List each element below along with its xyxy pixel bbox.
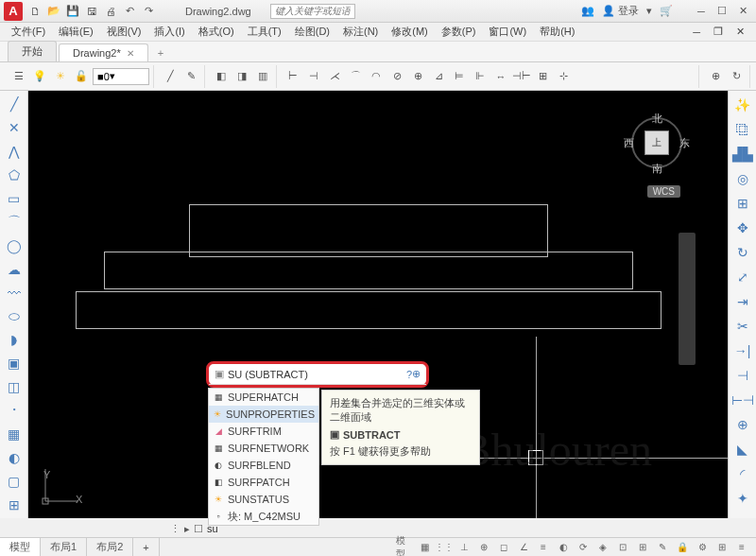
doc-minimize-button[interactable]: ─ bbox=[687, 25, 706, 40]
extend-icon[interactable]: →| bbox=[732, 340, 753, 361]
chamfer-icon[interactable]: ◣ bbox=[732, 439, 753, 460]
annotation-icon[interactable]: ⚙ bbox=[694, 540, 711, 555]
saveas-icon[interactable]: 🖫 bbox=[83, 3, 100, 20]
redo-icon[interactable]: ↷ bbox=[140, 3, 157, 20]
circle-icon[interactable]: ◯ bbox=[4, 235, 25, 255]
app-icon[interactable]: A bbox=[4, 2, 23, 21]
hatch-icon[interactable]: ▦ bbox=[4, 424, 25, 443]
offset-icon[interactable]: ◎ bbox=[732, 168, 753, 189]
menu-view[interactable]: 视图(V) bbox=[101, 23, 147, 41]
layer-lock-icon[interactable]: 🔓 bbox=[72, 67, 91, 86]
scale-icon[interactable]: ⤢ bbox=[732, 267, 753, 287]
exchange-icon[interactable]: ▾ bbox=[646, 5, 652, 17]
infocenter-icon[interactable]: 👥 bbox=[581, 5, 594, 17]
break-icon[interactable]: ⊢⊣ bbox=[732, 390, 753, 410]
region-icon[interactable]: ▢ bbox=[4, 471, 25, 491]
dim-baseline-icon[interactable]: ⊨ bbox=[450, 67, 469, 86]
insert-icon[interactable]: ▣ bbox=[4, 354, 25, 374]
suggestion-item[interactable]: ◧SURFPATCH bbox=[209, 474, 318, 491]
menu-dimension[interactable]: 标注(N) bbox=[337, 23, 384, 41]
menu-window[interactable]: 窗口(W) bbox=[483, 23, 532, 41]
polyline-icon[interactable]: ⋀ bbox=[4, 142, 25, 162]
new-icon[interactable]: 🗋 bbox=[26, 3, 43, 20]
doc-close-button[interactable]: ✕ bbox=[730, 24, 750, 40]
status-model-button[interactable]: 模型 bbox=[396, 540, 413, 555]
suggestion-item[interactable]: ▦SUPERHATCH bbox=[209, 389, 318, 406]
suggestion-item[interactable]: ◐SURFBLEND bbox=[209, 457, 318, 474]
viewcube-west[interactable]: 西 bbox=[624, 136, 634, 150]
wand-icon[interactable]: ✨ bbox=[732, 95, 753, 115]
doc-restore-button[interactable]: ❐ bbox=[708, 24, 729, 40]
command-input-text[interactable]: SU (SUBTRACT) bbox=[228, 369, 406, 380]
menu-help[interactable]: 帮助(H) bbox=[534, 23, 580, 41]
revcloud-icon[interactable]: ☁ bbox=[4, 259, 25, 279]
workspace-icon[interactable]: ⊞ bbox=[713, 540, 730, 555]
customize-icon[interactable]: ≡ bbox=[733, 540, 750, 555]
dim-diameter-icon[interactable]: ⊘ bbox=[387, 67, 406, 86]
move-icon[interactable]: ✥ bbox=[732, 217, 753, 238]
ellipse-icon[interactable]: ⬭ bbox=[4, 306, 25, 326]
update-icon[interactable]: ↻ bbox=[727, 67, 746, 86]
array-icon[interactable]: ⊞ bbox=[732, 193, 753, 214]
menu-edit[interactable]: 编辑(E) bbox=[53, 23, 99, 41]
center-mark-icon[interactable]: ⊹ bbox=[554, 67, 573, 86]
layer-freeze-icon[interactable]: ☀ bbox=[51, 67, 70, 86]
undo-icon[interactable]: ↶ bbox=[121, 3, 138, 20]
tab-drawing2[interactable]: Drawing2*✕ bbox=[59, 43, 148, 61]
3dosnap-icon[interactable]: ◈ bbox=[594, 540, 611, 555]
props-icon[interactable]: ✎ bbox=[654, 540, 671, 555]
grid-icon[interactable]: ▦ bbox=[416, 540, 433, 555]
tab-start[interactable]: 开始 bbox=[8, 41, 57, 61]
dyninput-icon[interactable]: ⊞ bbox=[634, 540, 651, 555]
navigation-bar[interactable] bbox=[679, 233, 696, 365]
dynamic-ucs-icon[interactable]: ⊡ bbox=[614, 540, 631, 555]
layer-uniso-icon[interactable]: ◨ bbox=[232, 67, 251, 86]
layer-off-icon[interactable]: ▥ bbox=[253, 67, 272, 86]
viewcube-south[interactable]: 南 bbox=[652, 162, 662, 176]
polygon-icon[interactable]: ⬠ bbox=[4, 165, 25, 185]
transparency-icon[interactable]: ◐ bbox=[555, 540, 572, 555]
menu-format[interactable]: 格式(O) bbox=[193, 23, 240, 41]
ortho-icon[interactable]: ⊥ bbox=[455, 540, 472, 555]
search-icon[interactable]: ⊕ bbox=[412, 368, 421, 380]
menu-parametric[interactable]: 参数(P) bbox=[436, 23, 482, 41]
layout-tab-2[interactable]: 布局2 bbox=[87, 538, 133, 556]
menu-modify[interactable]: 修改(M) bbox=[386, 23, 434, 41]
gradient-icon[interactable]: ◐ bbox=[4, 447, 25, 467]
dim-aligned-icon[interactable]: ⊣ bbox=[304, 67, 323, 86]
table-icon[interactable]: ⊞ bbox=[4, 495, 25, 514]
explode-icon[interactable]: ✦ bbox=[732, 488, 753, 509]
layer-props-icon[interactable]: ☰ bbox=[9, 67, 28, 86]
join-icon[interactable]: ⊕ bbox=[732, 414, 753, 435]
dim-continue-icon[interactable]: ⊩ bbox=[471, 67, 490, 86]
menu-tools[interactable]: 工具(T) bbox=[242, 23, 287, 41]
suggestion-item[interactable]: ◢SURFTRIM bbox=[209, 423, 318, 440]
spline-icon[interactable]: 〰 bbox=[4, 283, 25, 303]
brush-icon[interactable]: ✎ bbox=[181, 67, 200, 86]
tolerance-icon[interactable]: ⊞ bbox=[533, 67, 552, 86]
suggestion-item[interactable]: ▦SURFNETWORK bbox=[209, 440, 318, 457]
line-tool-icon[interactable]: ╱ bbox=[161, 67, 180, 86]
plot-icon[interactable]: 🖨 bbox=[102, 3, 119, 20]
otrack-icon[interactable]: ∠ bbox=[515, 540, 532, 555]
dim-ordinate-icon[interactable]: ⊕ bbox=[408, 67, 427, 86]
maximize-button[interactable]: ☐ bbox=[713, 4, 731, 19]
layer-on-icon[interactable]: 💡 bbox=[30, 67, 49, 86]
cart-icon[interactable]: 🛒 bbox=[660, 5, 673, 17]
lineweight-icon[interactable]: ≡ bbox=[535, 540, 552, 555]
login-button[interactable]: 👤 登录 bbox=[602, 4, 639, 18]
break-at-icon[interactable]: ⊣ bbox=[732, 365, 753, 386]
menu-insert[interactable]: 插入(I) bbox=[148, 23, 190, 41]
viewcube[interactable]: 上 北 南 东 西 bbox=[624, 110, 690, 176]
dim-radius-icon[interactable]: ◠ bbox=[367, 67, 386, 86]
layer-iso-icon[interactable]: ◧ bbox=[212, 67, 231, 86]
xline-icon[interactable]: ✕ bbox=[4, 118, 25, 138]
layer-combo[interactable]: ■ 0 ▾ bbox=[93, 68, 149, 85]
dim-linear-icon[interactable]: ⊢ bbox=[284, 67, 302, 86]
menu-file[interactable]: 文件(F) bbox=[6, 23, 51, 41]
point-icon[interactable]: ・ bbox=[4, 401, 25, 421]
dim-angular-icon[interactable]: ⋌ bbox=[325, 67, 344, 86]
osnap-icon[interactable]: ◻ bbox=[495, 540, 512, 555]
suggestion-item[interactable]: ☀SUNPROPERTIES bbox=[209, 406, 318, 423]
open-icon[interactable]: 📂 bbox=[45, 3, 62, 20]
